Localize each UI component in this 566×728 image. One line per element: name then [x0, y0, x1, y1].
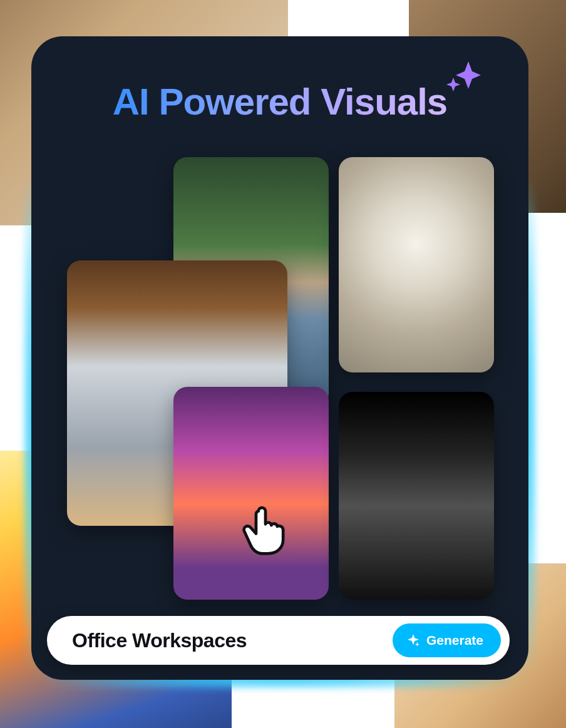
pointer-cursor-icon: [236, 498, 295, 557]
hero-title: AI Powered Visuals: [113, 80, 447, 123]
sparkle-icon: [406, 633, 420, 647]
hero-card: AI Powered Visuals Office Workspaces Gen…: [31, 36, 528, 680]
hero-title-wrap: AI Powered Visuals: [31, 80, 528, 123]
generate-button[interactable]: Generate: [393, 623, 501, 657]
prompt-input[interactable]: Office Workspaces: [72, 629, 247, 652]
sparkle-icon: [445, 58, 482, 95]
gallery-image[interactable]: [339, 157, 494, 372]
generate-button-label: Generate: [426, 633, 483, 648]
gallery-image[interactable]: [339, 392, 494, 600]
gallery-image[interactable]: [173, 387, 329, 600]
prompt-bar: Office Workspaces Generate: [47, 616, 510, 665]
